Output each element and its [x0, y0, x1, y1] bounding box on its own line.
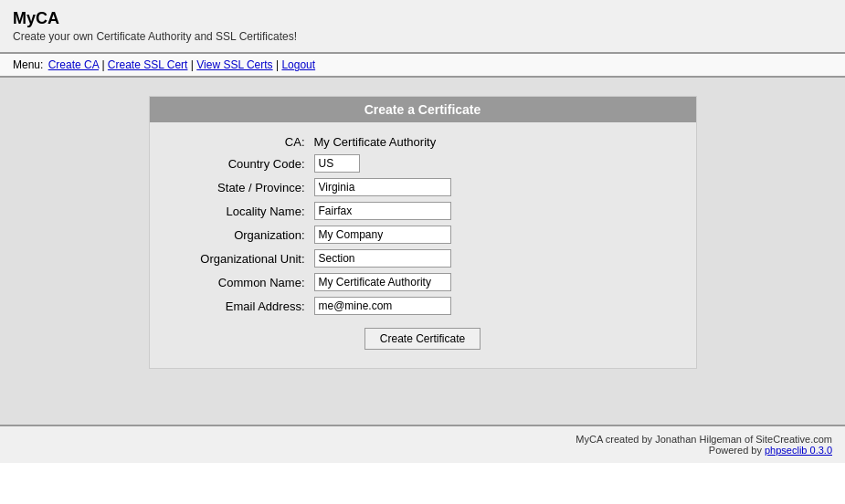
country-label: Country Code:: [168, 157, 314, 171]
common-name-input[interactable]: [314, 273, 451, 291]
locality-label: Locality Name:: [168, 205, 314, 218]
locality-input[interactable]: [314, 202, 451, 220]
menu-label: Menu:: [13, 58, 43, 71]
org-label: Organization:: [168, 228, 314, 242]
common-name-row: Common Name:: [168, 273, 678, 291]
org-input[interactable]: [314, 226, 451, 244]
footer-line1: MyCA created by Jonathan Hilgeman of Sit…: [13, 434, 832, 445]
app-title: MyCA: [13, 9, 832, 28]
menu-create-ca[interactable]: Create CA: [48, 58, 99, 71]
org-unit-label: Organizational Unit:: [168, 252, 314, 266]
create-certificate-form: Create a Certificate CA: My Certificate …: [149, 96, 697, 369]
menu-view-ssl-certs[interactable]: View SSL Certs: [196, 58, 272, 71]
email-input[interactable]: [314, 297, 451, 315]
footer: MyCA created by Jonathan Hilgeman of Sit…: [0, 425, 845, 463]
ca-label: CA:: [168, 135, 314, 149]
menu-logout[interactable]: Logout: [281, 58, 315, 71]
org-unit-row: Organizational Unit:: [168, 249, 678, 268]
org-row: Organization:: [168, 226, 678, 244]
email-row: Email Address:: [168, 297, 678, 315]
ca-value: My Certificate Authority: [314, 135, 437, 149]
state-row: State / Province:: [168, 178, 678, 196]
email-label: Email Address:: [168, 299, 314, 313]
menu-create-ssl-cert[interactable]: Create SSL Cert: [108, 58, 188, 71]
footer-line2: Powered by phpseclib 0.3.0: [13, 445, 832, 456]
common-name-label: Common Name:: [168, 276, 314, 289]
footer-powered-prefix: Powered by: [709, 445, 765, 456]
org-unit-input[interactable]: [314, 249, 451, 268]
state-label: State / Province:: [168, 181, 314, 194]
country-input[interactable]: [314, 154, 360, 173]
menubar: Menu: Create CA | Create SSL Cert | View…: [0, 54, 845, 78]
create-certificate-button[interactable]: Create Certificate: [364, 328, 481, 350]
country-row: Country Code:: [168, 154, 678, 173]
state-input[interactable]: [314, 178, 451, 196]
submit-row: Create Certificate: [150, 328, 696, 350]
locality-row: Locality Name:: [168, 202, 678, 220]
app-header: MyCA Create your own Certificate Authori…: [0, 0, 845, 54]
ca-row: CA: My Certificate Authority: [168, 135, 678, 149]
main-content: Create a Certificate CA: My Certificate …: [0, 78, 845, 425]
app-subtitle: Create your own Certificate Authority an…: [13, 30, 832, 43]
footer-phpseclib-link[interactable]: phpseclib 0.3.0: [765, 445, 832, 456]
form-title: Create a Certificate: [150, 97, 696, 122]
